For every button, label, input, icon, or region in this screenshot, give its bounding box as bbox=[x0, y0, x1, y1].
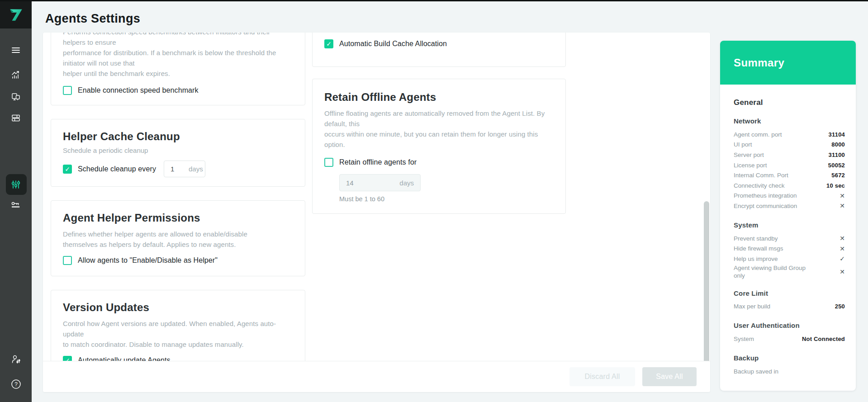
summary-row: Internal Comm. Port5672 bbox=[734, 170, 845, 180]
summary-section-heading: User Authentication bbox=[734, 322, 845, 329]
summary-row-value: 5672 bbox=[831, 172, 845, 179]
disabled-x-icon: ✕ bbox=[840, 192, 845, 199]
summary-row: Backup saved in bbox=[734, 366, 845, 377]
license-key-icon bbox=[10, 199, 22, 211]
enabled-check-icon: ✓ bbox=[840, 255, 845, 262]
summary-panel: Summary General NetworkAgent comm. port3… bbox=[720, 41, 856, 391]
sidebar-item-settings[interactable] bbox=[0, 174, 32, 195]
summary-section-heading: Backup bbox=[734, 354, 845, 362]
discard-all-button[interactable]: Discard All bbox=[569, 367, 635, 386]
summary-row-value: Not Connected bbox=[802, 336, 845, 342]
summary-row-label: Agent viewing Build Group only bbox=[734, 264, 815, 279]
summary-row: Prevent standby✕ bbox=[734, 233, 845, 244]
summary-section-heading: Network bbox=[734, 117, 845, 125]
disabled-x-icon: ✕ bbox=[840, 235, 845, 242]
permissions-description: Defines whether helper agents are allowe… bbox=[63, 229, 293, 250]
summary-row-label: License port bbox=[734, 161, 767, 169]
user-settings-icon bbox=[10, 354, 22, 365]
summary-row-label: UI port bbox=[734, 141, 752, 148]
retain-offline-checkbox[interactable] bbox=[324, 158, 333, 167]
summary-row: SystemNot Connected bbox=[734, 334, 845, 344]
build-cache-label: Automatic Build Cache Allocation bbox=[339, 40, 447, 48]
summary-row-label: Hide firewall msgs bbox=[734, 245, 783, 252]
retain-offline-label: Retain offline agents for bbox=[339, 158, 417, 166]
summary-row-label: Encrypt communication bbox=[734, 202, 797, 210]
summary-row-label: Prometheus integration bbox=[734, 192, 797, 199]
version-description: Control how Agent versions are updated. … bbox=[63, 318, 293, 350]
sidebar-item-analytics[interactable] bbox=[0, 65, 32, 85]
summary-row: UI port8000 bbox=[734, 140, 845, 150]
help-icon: ? bbox=[10, 378, 22, 390]
cleanup-interval-input[interactable] bbox=[171, 165, 189, 173]
page-title: Agents Settings bbox=[45, 12, 140, 26]
brand-logo-icon bbox=[7, 6, 24, 23]
sidebar-item-agents[interactable] bbox=[0, 86, 32, 107]
retain-range-hint: Must be 1 to 60 bbox=[339, 195, 554, 203]
allow-helper-toggle-checkbox[interactable] bbox=[63, 256, 72, 265]
logo[interactable] bbox=[0, 0, 32, 28]
builds-icon bbox=[10, 113, 21, 123]
window-top-edge bbox=[0, 0, 868, 1]
sidebar-item-builds[interactable] bbox=[0, 108, 32, 128]
summary-row-label: Help us improve bbox=[734, 255, 778, 263]
analytics-icon bbox=[10, 70, 21, 80]
card-retain-offline-agents: Retain Offline Agents Offline floating a… bbox=[312, 79, 566, 214]
summary-row-label: Prevent standby bbox=[734, 235, 778, 242]
summary-row-value: 8000 bbox=[831, 141, 845, 148]
sidebar-item-license[interactable] bbox=[0, 195, 32, 216]
summary-row-label: System bbox=[734, 335, 754, 343]
auto-update-label: Automatically update Agents bbox=[78, 356, 171, 361]
disabled-x-icon: ✕ bbox=[840, 245, 845, 252]
summary-row: Agent viewing Build Group only✕ bbox=[734, 264, 845, 279]
sidebar-item-user-settings[interactable] bbox=[0, 349, 32, 370]
summary-row-value: 50052 bbox=[828, 162, 845, 169]
retain-days-unit: days bbox=[399, 179, 414, 187]
schedule-cleanup-checkbox[interactable]: ✓ bbox=[63, 165, 72, 174]
summary-row: Help us improve✓ bbox=[734, 254, 845, 264]
summary-row: Connectivity check10 sec bbox=[734, 180, 845, 191]
summary-row-label: Backup saved in bbox=[734, 368, 778, 375]
menu-icon bbox=[10, 45, 21, 56]
allow-helper-toggle-label: Allow agents to "Enable/Disable as Helpe… bbox=[78, 256, 218, 265]
version-title: Version Updates bbox=[63, 301, 293, 314]
summary-row: Encrypt communication✕ bbox=[734, 201, 845, 211]
retain-description: Offline floating agents are automaticall… bbox=[324, 108, 554, 150]
summary-row-value: 31100 bbox=[829, 151, 845, 158]
summary-row: Prometheus integration✕ bbox=[734, 191, 845, 201]
summary-header: Summary bbox=[720, 41, 856, 85]
summary-title: Summary bbox=[734, 57, 784, 69]
summary-row-label: Agent comm. port bbox=[734, 131, 782, 138]
settings-scroll-area[interactable]: Performs connection speed benchmarks bet… bbox=[43, 33, 710, 361]
summary-row-value: 10 sec bbox=[826, 182, 845, 189]
sidebar-item-help[interactable]: ? bbox=[0, 374, 32, 394]
build-cache-checkbox[interactable]: ✓ bbox=[324, 39, 333, 48]
sidebar-nav: ? bbox=[0, 28, 32, 402]
save-all-button[interactable]: Save All bbox=[642, 367, 697, 386]
summary-row-label: Internal Comm. Port bbox=[734, 171, 788, 179]
settings-column-right: ✓ Automatic Build Cache Allocation Retai… bbox=[312, 33, 566, 214]
summary-sections: NetworkAgent comm. port31104UI port8000S… bbox=[734, 117, 845, 376]
summary-row: Hide firewall msgs✕ bbox=[734, 243, 845, 254]
card-agent-helper-permissions: Agent Helper Permissions Defines whether… bbox=[51, 200, 305, 276]
scrollbar-thumb[interactable] bbox=[704, 201, 709, 369]
agents-icon bbox=[10, 91, 21, 102]
summary-row-value: 31104 bbox=[829, 131, 845, 138]
card-helper-cache-cleanup: Helper Cache Cleanup Schedule a periodic… bbox=[51, 119, 305, 187]
summary-row-value: 250 bbox=[835, 303, 845, 310]
sidebar-item-menu[interactable] bbox=[0, 40, 32, 61]
auto-update-checkbox[interactable]: ✓ bbox=[63, 356, 72, 361]
helper-cache-subtitle: Schedule a periodic cleanup bbox=[63, 147, 293, 154]
settings-column-left: Performs connection speed benchmarks bet… bbox=[51, 33, 305, 361]
summary-body: General NetworkAgent comm. port31104UI p… bbox=[720, 85, 856, 376]
settings-footer: Discard All Save All bbox=[43, 361, 710, 392]
summary-row-label: Connectivity check bbox=[734, 182, 785, 189]
helper-cache-title: Helper Cache Cleanup bbox=[63, 130, 293, 143]
settings-sliders-icon bbox=[10, 179, 21, 190]
retain-title: Retain Offline Agents bbox=[324, 91, 554, 104]
summary-section-heading: Core Limit bbox=[734, 289, 845, 297]
sidebar: ? bbox=[0, 0, 32, 402]
retain-days-input[interactable] bbox=[346, 179, 364, 187]
enable-benchmark-checkbox[interactable] bbox=[63, 86, 72, 95]
settings-panel: Performs connection speed benchmarks bet… bbox=[43, 33, 710, 392]
summary-general-heading: General bbox=[734, 98, 845, 107]
